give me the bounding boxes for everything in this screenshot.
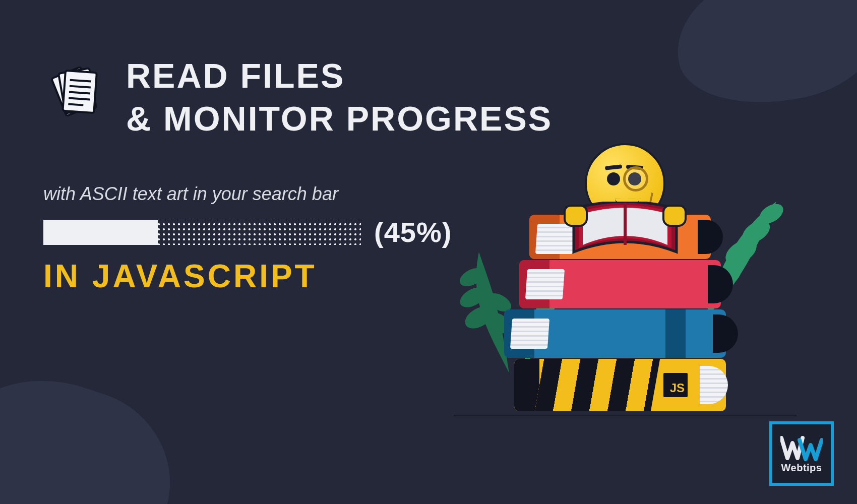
ascii-progress-bar — [43, 220, 361, 245]
webtips-logo: Webtips — [769, 421, 834, 486]
js-badge: JS — [663, 373, 688, 397]
logo-mark-icon — [780, 436, 823, 461]
book-red — [519, 260, 721, 308]
decorative-blob-bottom-left — [0, 352, 194, 504]
reader-emoji — [560, 143, 691, 224]
hand-left-icon — [564, 205, 588, 227]
shelf-shadow — [454, 415, 797, 416]
book-js: JS — [514, 359, 726, 411]
files-stack-icon — [40, 64, 106, 131]
headline-line-1: READ FILES — [126, 56, 345, 95]
book-blue — [504, 309, 726, 358]
hand-right-icon — [662, 205, 687, 227]
svg-line-7 — [68, 104, 83, 105]
logo-text: Webtips — [781, 462, 822, 474]
books-illustration: JS — [474, 101, 766, 413]
progress-percent-label: (45%) — [374, 216, 452, 248]
